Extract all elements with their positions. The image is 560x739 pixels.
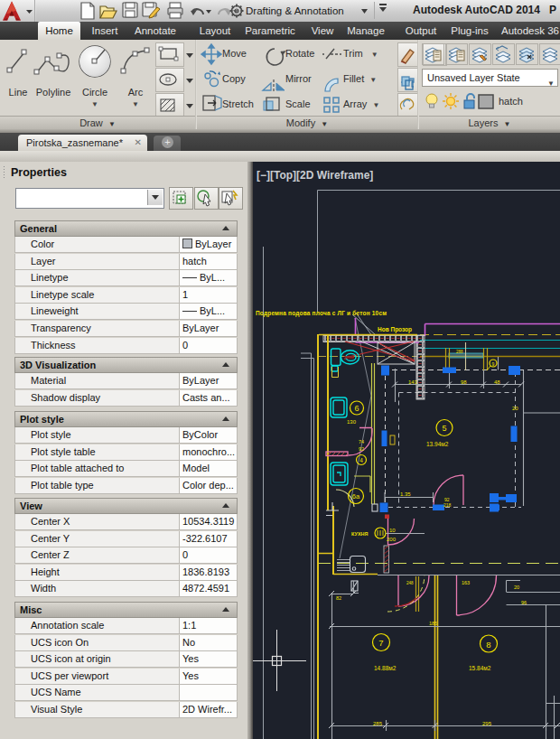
svg-text:Подремна подова плоча с ЛГ и б: Подремна подова плоча с ЛГ и бетон 10см bbox=[256, 310, 387, 317]
svg-text:15.84м2: 15.84м2 bbox=[469, 665, 491, 671]
svg-text:20: 20 bbox=[512, 406, 518, 411]
svg-text:КУХНЯ: КУХНЯ bbox=[351, 531, 369, 537]
svg-text:200: 200 bbox=[387, 537, 397, 542]
svg-text:4: 4 bbox=[359, 457, 363, 463]
svg-text:8: 8 bbox=[486, 640, 490, 650]
svg-text:14.88м2: 14.88м2 bbox=[374, 665, 397, 671]
svg-text:10: 10 bbox=[389, 528, 396, 533]
svg-text:48: 48 bbox=[494, 379, 500, 385]
svg-text:96: 96 bbox=[521, 600, 527, 605]
svg-text:7: 7 bbox=[378, 638, 383, 648]
svg-text:13.94м2: 13.94м2 bbox=[426, 441, 449, 447]
svg-text:288: 288 bbox=[456, 350, 463, 354]
svg-text:[−][Top][2D Wireframe]: [−][Top][2D Wireframe] bbox=[257, 169, 373, 182]
svg-text:82: 82 bbox=[336, 595, 341, 601]
svg-text:285: 285 bbox=[373, 721, 383, 726]
svg-text:218: 218 bbox=[443, 502, 452, 508]
svg-text:6a: 6a bbox=[352, 492, 360, 500]
svg-text:Drafting & Annotation: Drafting & Annotation bbox=[246, 5, 344, 16]
svg-text:185: 185 bbox=[429, 621, 437, 626]
svg-text:143: 143 bbox=[408, 379, 418, 385]
svg-text:74: 74 bbox=[359, 439, 364, 444]
svg-text:163: 163 bbox=[462, 580, 470, 585]
svg-text:295: 295 bbox=[482, 721, 492, 726]
svg-text:130: 130 bbox=[347, 419, 357, 425]
svg-text:20: 20 bbox=[514, 585, 519, 590]
svg-text:Нов Прозор: Нов Прозор bbox=[378, 326, 412, 333]
svg-text:9: 9 bbox=[492, 361, 495, 367]
svg-text:1.35: 1.35 bbox=[400, 491, 411, 497]
svg-text:6: 6 bbox=[354, 404, 359, 413]
svg-text:248: 248 bbox=[406, 581, 414, 585]
svg-text:92: 92 bbox=[359, 446, 364, 452]
svg-text:98: 98 bbox=[461, 379, 467, 385]
svg-text:5: 5 bbox=[442, 424, 446, 433]
